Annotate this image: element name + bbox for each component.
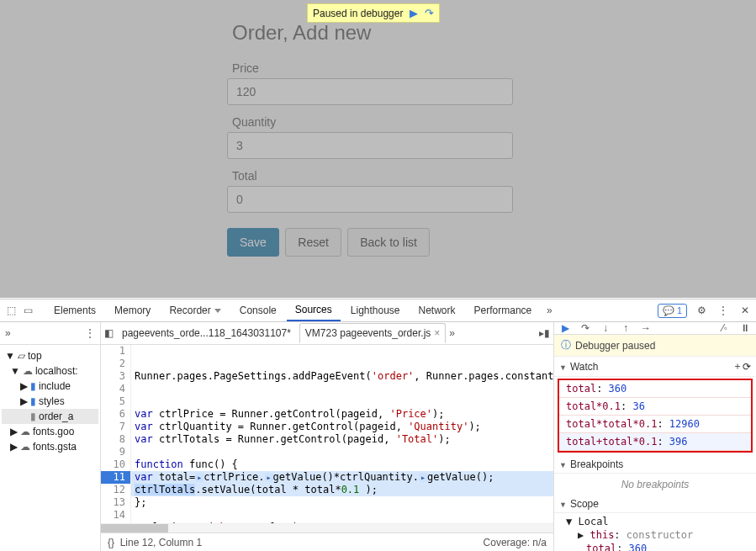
paused-debugger-badge: Paused in debugger ▶ ↷ <box>307 3 440 23</box>
console-message-count[interactable]: 💬1 <box>658 304 687 318</box>
run-snippet-icon[interactable]: ▸▮ <box>539 327 550 339</box>
tab-network[interactable]: Network <box>410 300 464 321</box>
add-watch-icon[interactable]: ＋ <box>732 359 743 374</box>
deactivate-bp-icon[interactable]: ⁄◦ <box>719 322 731 334</box>
tab-lighthouse[interactable]: Lighthouse <box>342 300 409 321</box>
inspect-icon[interactable]: ⬚ <box>3 305 19 316</box>
scope-header[interactable]: Scope <box>554 495 756 513</box>
dim-overlay <box>0 0 756 298</box>
nav-menu-icon[interactable]: ⋮ <box>85 327 95 339</box>
file-tree[interactable]: ▼▱top ▼☁localhost: ▶▮include ▶▮styles ▮o… <box>0 345 100 458</box>
resume-icon[interactable]: ▶ <box>410 7 418 19</box>
step-into-icon[interactable]: ↓ <box>600 322 611 334</box>
tab-recorder[interactable]: Recorder <box>161 300 229 321</box>
no-breakpoints-text: No breakpoints <box>554 474 756 495</box>
pause-exceptions-icon[interactable]: ⏸ <box>739 322 751 334</box>
more-tabs-icon[interactable]: » <box>542 305 557 316</box>
tab-console[interactable]: Console <box>231 300 285 321</box>
debugger-sidebar: ▶ ↷ ↓ ↑ → ⁄◦ ⏸ ⓘDebugger paused Watch ＋ … <box>554 322 756 551</box>
watch-row[interactable]: total*0.1: 36 <box>559 398 751 416</box>
file-tab-1[interactable]: pageevents_orde...118_1643031107* <box>117 324 296 342</box>
editor-status-bar: {} Line 12, Column 1 Coverage: n/a <box>101 532 553 551</box>
file-tab-2[interactable]: VM723 pageevents_order.js× <box>299 323 446 343</box>
resume-icon[interactable]: ▶ <box>559 322 571 334</box>
breakpoints-header[interactable]: Breakpoints <box>554 456 756 474</box>
sources-navigator: » ⋮ ▼▱top ▼☁localhost: ▶▮include ▶▮style… <box>0 322 101 551</box>
line-gutter[interactable]: 1234567891011121314151617 <box>101 345 131 523</box>
tab-elements[interactable]: Elements <box>45 300 104 321</box>
paused-text: Paused in debugger <box>313 8 403 19</box>
watch-row[interactable]: total: 360 <box>559 380 751 398</box>
step-over-icon[interactable]: ↷ <box>425 7 434 19</box>
scope-body[interactable]: ▼ Local ▶ this: constructor total: 360 ▶… <box>554 513 756 551</box>
kebab-icon[interactable]: ⋮ <box>716 305 731 316</box>
nav-more-icon[interactable]: » <box>5 327 11 339</box>
tab-memory[interactable]: Memory <box>106 300 159 321</box>
tab-sources[interactable]: Sources <box>287 299 341 321</box>
close-tab-icon[interactable]: × <box>434 327 440 339</box>
refresh-watch-icon[interactable]: ⟳ <box>743 361 751 373</box>
watch-row[interactable]: total*total*0.1: 12960 <box>559 416 751 433</box>
tab-performance[interactable]: Performance <box>466 300 541 321</box>
file-more-icon[interactable]: » <box>449 327 455 339</box>
step-over-icon[interactable]: ↷ <box>579 322 591 334</box>
watch-expressions: total: 360 total*0.1: 36 total*total*0.1… <box>558 379 753 453</box>
gear-icon[interactable]: ⚙ <box>694 305 709 316</box>
step-icon[interactable]: → <box>640 322 652 334</box>
step-out-icon[interactable]: ↑ <box>620 322 632 334</box>
debugger-paused-banner: ⓘDebugger paused <box>554 335 756 357</box>
watch-row[interactable]: total+total*0.1: 396 <box>559 433 751 451</box>
code-editor: ◧ pageevents_orde...118_1643031107* VM72… <box>101 322 554 551</box>
code-area[interactable]: 1234567891011121314151617 Runner.pages.P… <box>101 345 553 523</box>
device-toggle-icon[interactable]: ▭ <box>20 305 35 316</box>
devtools-panel: ⬚ ▭ Elements Memory Recorder Console Sou… <box>0 299 756 551</box>
devtools-tabs: ⬚ ▭ Elements Memory Recorder Console Sou… <box>0 299 756 322</box>
horizontal-scrollbar[interactable] <box>101 523 553 532</box>
watch-header[interactable]: Watch ＋ ⟳ <box>554 357 756 377</box>
code-lines[interactable]: Runner.pages.PageSettings.addPageEvent('… <box>131 345 553 523</box>
debugger-toolbar: ▶ ↷ ↓ ↑ → ⁄◦ ⏸ <box>554 322 756 335</box>
file-nav-icon[interactable]: ◧ <box>104 327 114 339</box>
close-icon[interactable]: ✕ <box>737 305 753 316</box>
